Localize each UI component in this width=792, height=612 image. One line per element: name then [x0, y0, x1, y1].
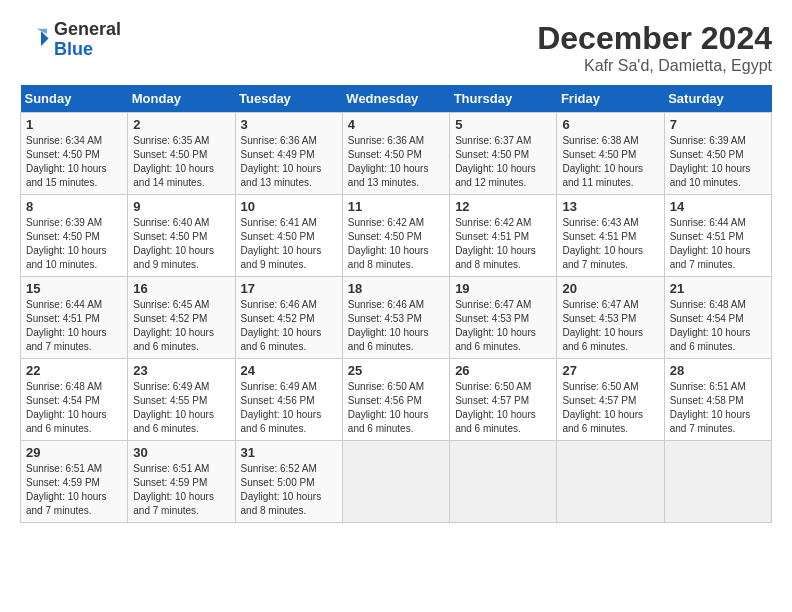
day-info: Sunrise: 6:42 AM Sunset: 4:51 PM Dayligh…: [455, 216, 551, 272]
day-number: 20: [562, 281, 658, 296]
calendar-cell: 12Sunrise: 6:42 AM Sunset: 4:51 PM Dayli…: [450, 195, 557, 277]
weekday-header-friday: Friday: [557, 85, 664, 113]
day-number: 17: [241, 281, 337, 296]
day-number: 13: [562, 199, 658, 214]
day-info: Sunrise: 6:52 AM Sunset: 5:00 PM Dayligh…: [241, 462, 337, 518]
calendar-cell: 13Sunrise: 6:43 AM Sunset: 4:51 PM Dayli…: [557, 195, 664, 277]
calendar-cell: 11Sunrise: 6:42 AM Sunset: 4:50 PM Dayli…: [342, 195, 449, 277]
calendar-cell: 24Sunrise: 6:49 AM Sunset: 4:56 PM Dayli…: [235, 359, 342, 441]
calendar-cell: 8Sunrise: 6:39 AM Sunset: 4:50 PM Daylig…: [21, 195, 128, 277]
day-info: Sunrise: 6:34 AM Sunset: 4:50 PM Dayligh…: [26, 134, 122, 190]
day-info: Sunrise: 6:47 AM Sunset: 4:53 PM Dayligh…: [562, 298, 658, 354]
calendar-cell: 9Sunrise: 6:40 AM Sunset: 4:50 PM Daylig…: [128, 195, 235, 277]
header: General Blue December 2024 Kafr Sa'd, Da…: [20, 20, 772, 75]
calendar-cell: 17Sunrise: 6:46 AM Sunset: 4:52 PM Dayli…: [235, 277, 342, 359]
calendar-cell: 22Sunrise: 6:48 AM Sunset: 4:54 PM Dayli…: [21, 359, 128, 441]
calendar-week-3: 15Sunrise: 6:44 AM Sunset: 4:51 PM Dayli…: [21, 277, 772, 359]
calendar-cell: 16Sunrise: 6:45 AM Sunset: 4:52 PM Dayli…: [128, 277, 235, 359]
calendar-cell: 28Sunrise: 6:51 AM Sunset: 4:58 PM Dayli…: [664, 359, 771, 441]
weekday-header-monday: Monday: [128, 85, 235, 113]
day-number: 10: [241, 199, 337, 214]
calendar-cell: 29Sunrise: 6:51 AM Sunset: 4:59 PM Dayli…: [21, 441, 128, 523]
calendar-cell: 26Sunrise: 6:50 AM Sunset: 4:57 PM Dayli…: [450, 359, 557, 441]
logo-text: General Blue: [54, 20, 121, 60]
day-number: 3: [241, 117, 337, 132]
day-number: 1: [26, 117, 122, 132]
calendar-cell: 1Sunrise: 6:34 AM Sunset: 4:50 PM Daylig…: [21, 113, 128, 195]
calendar-cell: 3Sunrise: 6:36 AM Sunset: 4:49 PM Daylig…: [235, 113, 342, 195]
calendar-cell: 31Sunrise: 6:52 AM Sunset: 5:00 PM Dayli…: [235, 441, 342, 523]
day-info: Sunrise: 6:35 AM Sunset: 4:50 PM Dayligh…: [133, 134, 229, 190]
day-number: 12: [455, 199, 551, 214]
day-info: Sunrise: 6:43 AM Sunset: 4:51 PM Dayligh…: [562, 216, 658, 272]
day-number: 19: [455, 281, 551, 296]
day-number: 14: [670, 199, 766, 214]
day-info: Sunrise: 6:50 AM Sunset: 4:57 PM Dayligh…: [455, 380, 551, 436]
day-info: Sunrise: 6:46 AM Sunset: 4:53 PM Dayligh…: [348, 298, 444, 354]
calendar-body: 1Sunrise: 6:34 AM Sunset: 4:50 PM Daylig…: [21, 113, 772, 523]
calendar-week-2: 8Sunrise: 6:39 AM Sunset: 4:50 PM Daylig…: [21, 195, 772, 277]
calendar-cell: 10Sunrise: 6:41 AM Sunset: 4:50 PM Dayli…: [235, 195, 342, 277]
day-info: Sunrise: 6:37 AM Sunset: 4:50 PM Dayligh…: [455, 134, 551, 190]
day-info: Sunrise: 6:50 AM Sunset: 4:57 PM Dayligh…: [562, 380, 658, 436]
day-info: Sunrise: 6:44 AM Sunset: 4:51 PM Dayligh…: [670, 216, 766, 272]
day-number: 16: [133, 281, 229, 296]
title-area: December 2024 Kafr Sa'd, Damietta, Egypt: [537, 20, 772, 75]
day-info: Sunrise: 6:45 AM Sunset: 4:52 PM Dayligh…: [133, 298, 229, 354]
day-info: Sunrise: 6:51 AM Sunset: 4:59 PM Dayligh…: [133, 462, 229, 518]
calendar-cell: 20Sunrise: 6:47 AM Sunset: 4:53 PM Dayli…: [557, 277, 664, 359]
calendar-cell: 14Sunrise: 6:44 AM Sunset: 4:51 PM Dayli…: [664, 195, 771, 277]
day-number: 6: [562, 117, 658, 132]
calendar-cell: 21Sunrise: 6:48 AM Sunset: 4:54 PM Dayli…: [664, 277, 771, 359]
day-info: Sunrise: 6:48 AM Sunset: 4:54 PM Dayligh…: [670, 298, 766, 354]
logo: General Blue: [20, 20, 121, 60]
calendar-cell: 15Sunrise: 6:44 AM Sunset: 4:51 PM Dayli…: [21, 277, 128, 359]
day-number: 21: [670, 281, 766, 296]
day-info: Sunrise: 6:41 AM Sunset: 4:50 PM Dayligh…: [241, 216, 337, 272]
day-info: Sunrise: 6:46 AM Sunset: 4:52 PM Dayligh…: [241, 298, 337, 354]
month-title: December 2024: [537, 20, 772, 57]
day-number: 4: [348, 117, 444, 132]
day-number: 29: [26, 445, 122, 460]
day-number: 5: [455, 117, 551, 132]
day-number: 27: [562, 363, 658, 378]
day-number: 30: [133, 445, 229, 460]
day-info: Sunrise: 6:47 AM Sunset: 4:53 PM Dayligh…: [455, 298, 551, 354]
logo-general: General: [54, 20, 121, 40]
day-number: 7: [670, 117, 766, 132]
calendar-table: SundayMondayTuesdayWednesdayThursdayFrid…: [20, 85, 772, 523]
weekday-header-thursday: Thursday: [450, 85, 557, 113]
calendar-cell: 5Sunrise: 6:37 AM Sunset: 4:50 PM Daylig…: [450, 113, 557, 195]
weekday-header-tuesday: Tuesday: [235, 85, 342, 113]
calendar-cell: 6Sunrise: 6:38 AM Sunset: 4:50 PM Daylig…: [557, 113, 664, 195]
calendar-cell: 7Sunrise: 6:39 AM Sunset: 4:50 PM Daylig…: [664, 113, 771, 195]
day-info: Sunrise: 6:49 AM Sunset: 4:56 PM Dayligh…: [241, 380, 337, 436]
day-info: Sunrise: 6:42 AM Sunset: 4:50 PM Dayligh…: [348, 216, 444, 272]
calendar-cell: 30Sunrise: 6:51 AM Sunset: 4:59 PM Dayli…: [128, 441, 235, 523]
day-info: Sunrise: 6:51 AM Sunset: 4:59 PM Dayligh…: [26, 462, 122, 518]
calendar-cell: 2Sunrise: 6:35 AM Sunset: 4:50 PM Daylig…: [128, 113, 235, 195]
day-number: 26: [455, 363, 551, 378]
day-number: 24: [241, 363, 337, 378]
calendar-cell: 18Sunrise: 6:46 AM Sunset: 4:53 PM Dayli…: [342, 277, 449, 359]
day-info: Sunrise: 6:39 AM Sunset: 4:50 PM Dayligh…: [26, 216, 122, 272]
day-info: Sunrise: 6:36 AM Sunset: 4:50 PM Dayligh…: [348, 134, 444, 190]
day-number: 9: [133, 199, 229, 214]
day-info: Sunrise: 6:44 AM Sunset: 4:51 PM Dayligh…: [26, 298, 122, 354]
day-number: 8: [26, 199, 122, 214]
day-number: 18: [348, 281, 444, 296]
calendar-week-1: 1Sunrise: 6:34 AM Sunset: 4:50 PM Daylig…: [21, 113, 772, 195]
calendar-cell: 27Sunrise: 6:50 AM Sunset: 4:57 PM Dayli…: [557, 359, 664, 441]
logo-icon: [20, 25, 50, 55]
calendar-cell: [557, 441, 664, 523]
calendar-cell: 4Sunrise: 6:36 AM Sunset: 4:50 PM Daylig…: [342, 113, 449, 195]
day-info: Sunrise: 6:40 AM Sunset: 4:50 PM Dayligh…: [133, 216, 229, 272]
weekday-header-saturday: Saturday: [664, 85, 771, 113]
day-info: Sunrise: 6:38 AM Sunset: 4:50 PM Dayligh…: [562, 134, 658, 190]
day-number: 22: [26, 363, 122, 378]
calendar-cell: 19Sunrise: 6:47 AM Sunset: 4:53 PM Dayli…: [450, 277, 557, 359]
day-number: 23: [133, 363, 229, 378]
day-number: 28: [670, 363, 766, 378]
location-title: Kafr Sa'd, Damietta, Egypt: [537, 57, 772, 75]
svg-marker-0: [41, 31, 49, 46]
